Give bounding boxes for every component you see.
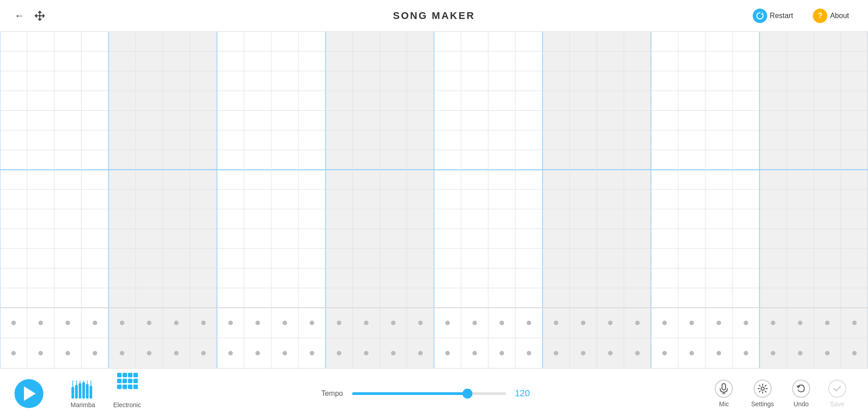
back-icon: ←	[14, 10, 24, 22]
back-button[interactable]: ←	[14, 10, 24, 22]
svg-point-57	[38, 320, 43, 325]
instrument-electronic[interactable]: Electronic	[104, 375, 150, 412]
play-button[interactable]	[14, 379, 43, 408]
svg-rect-121	[75, 385, 78, 399]
mic-icon	[719, 383, 728, 394]
svg-rect-133	[123, 373, 127, 377]
svg-rect-139	[133, 379, 138, 383]
svg-point-97	[255, 351, 260, 355]
svg-rect-141	[123, 385, 127, 389]
svg-point-60	[120, 320, 124, 325]
svg-point-89	[38, 351, 43, 355]
svg-point-104	[445, 351, 450, 355]
svg-point-103	[418, 351, 423, 355]
svg-point-72	[445, 320, 450, 325]
svg-point-74	[500, 320, 504, 325]
svg-point-118	[825, 351, 830, 355]
instrument-marimba[interactable]: Marimba	[61, 375, 104, 412]
save-icon	[832, 384, 842, 394]
svg-point-69	[364, 320, 368, 325]
svg-point-114	[717, 351, 721, 355]
svg-point-93	[147, 351, 151, 355]
svg-point-101	[364, 351, 368, 355]
tempo-value: 120	[515, 388, 537, 399]
electronic-icon	[115, 379, 139, 399]
instrument-group: Marimba	[61, 375, 150, 412]
svg-point-81	[689, 320, 694, 325]
svg-point-65	[255, 320, 260, 325]
move-icon	[33, 9, 46, 22]
svg-rect-142	[128, 385, 132, 389]
settings-icon	[758, 384, 768, 394]
bottom-bar: Marimba	[0, 368, 868, 418]
undo-label: Undo	[793, 400, 808, 408]
svg-point-80	[662, 320, 667, 325]
marimba-label: Marimba	[71, 401, 95, 409]
svg-point-73	[472, 320, 477, 325]
toolbar-right: Mic Settings Undo	[708, 376, 854, 411]
svg-point-119	[852, 351, 857, 355]
svg-point-116	[771, 351, 775, 355]
svg-point-117	[798, 351, 802, 355]
svg-point-66	[283, 320, 287, 325]
undo-icon-container	[792, 380, 810, 398]
save-icon-container	[828, 380, 846, 398]
svg-rect-123	[82, 382, 85, 399]
svg-point-68	[337, 320, 341, 325]
save-button[interactable]: Save	[821, 376, 854, 411]
svg-point-86	[825, 320, 830, 325]
svg-rect-132	[117, 373, 122, 377]
tempo-label: Tempo	[321, 390, 343, 398]
svg-point-64	[228, 320, 233, 325]
page-title: SONG MAKER	[393, 10, 475, 22]
mic-label: Mic	[719, 400, 729, 408]
svg-point-83	[744, 320, 748, 325]
tempo-section: Tempo 120	[321, 388, 537, 399]
svg-point-109	[581, 351, 585, 355]
svg-point-70	[391, 320, 396, 325]
tempo-thumb[interactable]	[462, 389, 472, 399]
tempo-track-bg	[352, 392, 506, 395]
svg-point-58	[66, 320, 70, 325]
svg-point-96	[228, 351, 233, 355]
svg-point-95	[201, 351, 206, 355]
about-label: About	[830, 12, 849, 20]
mic-button[interactable]: Mic	[708, 376, 740, 411]
grid-container[interactable]	[0, 32, 868, 368]
restart-icon	[753, 9, 767, 23]
svg-point-85	[798, 320, 802, 325]
svg-point-108	[554, 351, 558, 355]
svg-point-75	[527, 320, 531, 325]
marimba-icon	[71, 379, 94, 399]
svg-point-110	[608, 351, 613, 355]
svg-rect-134	[128, 373, 132, 377]
svg-rect-137	[123, 379, 127, 383]
svg-rect-122	[79, 383, 81, 399]
svg-rect-125	[90, 386, 92, 399]
header: ← SONG MAKER Restart ? About	[0, 0, 868, 32]
svg-point-111	[635, 351, 640, 355]
svg-point-100	[337, 351, 341, 355]
svg-point-113	[689, 351, 694, 355]
svg-rect-143	[133, 385, 138, 389]
svg-rect-124	[86, 384, 89, 399]
svg-point-147	[761, 387, 764, 390]
undo-icon	[796, 384, 806, 394]
settings-button[interactable]: Settings	[744, 376, 781, 411]
svg-point-76	[554, 320, 558, 325]
svg-point-91	[93, 351, 97, 355]
about-button[interactable]: ? About	[808, 6, 854, 26]
svg-rect-136	[117, 379, 122, 383]
tempo-slider-track[interactable]	[352, 392, 506, 395]
svg-rect-140	[117, 385, 122, 389]
undo-button[interactable]: Undo	[785, 376, 817, 411]
svg-point-77	[581, 320, 585, 325]
svg-point-94	[174, 351, 179, 355]
svg-point-92	[120, 351, 124, 355]
song-grid[interactable]	[0, 32, 868, 368]
restart-button[interactable]: Restart	[748, 6, 798, 26]
svg-point-78	[608, 320, 613, 325]
svg-point-90	[66, 351, 70, 355]
electronic-label: Electronic	[113, 401, 141, 409]
move-button[interactable]	[33, 9, 46, 22]
